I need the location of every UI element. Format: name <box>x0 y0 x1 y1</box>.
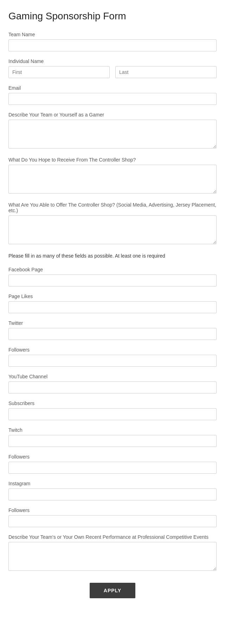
team-name-label: Team Name <box>8 32 217 37</box>
offer-group: What Are You Able to Offer The Controlle… <box>8 202 217 246</box>
twitter-followers-label: Followers <box>8 347 217 353</box>
youtube-label: YouTube Channel <box>8 374 217 379</box>
performance-group: Describe Your Team's or Your Own Recent … <box>8 534 217 572</box>
first-name-field <box>8 66 110 78</box>
instagram-label: Instagram <box>8 481 217 486</box>
email-group: Email <box>8 85 217 105</box>
subscribers-input[interactable] <box>8 408 217 420</box>
twitter-followers-group: Followers <box>8 347 217 367</box>
subscribers-label: Subscribers <box>8 400 217 406</box>
individual-name-group: Individual Name <box>8 58 217 78</box>
instagram-followers-group: Followers <box>8 507 217 527</box>
twitch-input[interactable] <box>8 435 217 447</box>
team-name-input[interactable] <box>8 39 217 51</box>
youtube-input[interactable] <box>8 381 217 393</box>
instagram-input[interactable] <box>8 488 217 500</box>
page-likes-label: Page Likes <box>8 293 217 299</box>
offer-textarea[interactable] <box>8 215 217 244</box>
describe-group: Describe Your Team or Yourself as a Game… <box>8 112 217 150</box>
first-name-input[interactable] <box>8 66 110 78</box>
twitch-group: Twitch <box>8 427 217 447</box>
twitch-followers-group: Followers <box>8 454 217 474</box>
twitch-label: Twitch <box>8 427 217 433</box>
hope-label: What Do You Hope to Receive From The Con… <box>8 157 217 163</box>
youtube-group: YouTube Channel <box>8 374 217 393</box>
facebook-page-input[interactable] <box>8 274 217 286</box>
offer-label: What Are You Able to Offer The Controlle… <box>8 202 217 213</box>
hope-textarea[interactable] <box>8 165 217 194</box>
twitter-followers-input[interactable] <box>8 355 217 367</box>
last-name-field <box>115 66 217 78</box>
page-likes-input[interactable] <box>8 301 217 313</box>
page-likes-group: Page Likes <box>8 293 217 313</box>
twitter-label: Twitter <box>8 320 217 326</box>
apply-button[interactable]: APPLY <box>90 583 135 598</box>
last-name-input[interactable] <box>115 66 217 78</box>
page-title: Gaming Sponsorship Form <box>8 11 217 22</box>
individual-name-label: Individual Name <box>8 58 217 64</box>
instagram-followers-input[interactable] <box>8 515 217 527</box>
email-label: Email <box>8 85 217 91</box>
twitch-followers-label: Followers <box>8 454 217 460</box>
performance-textarea[interactable] <box>8 542 217 571</box>
instagram-group: Instagram <box>8 481 217 500</box>
describe-label: Describe Your Team or Yourself as a Game… <box>8 112 217 118</box>
twitch-followers-input[interactable] <box>8 462 217 474</box>
facebook-page-label: Facebook Page <box>8 267 217 272</box>
describe-textarea[interactable] <box>8 120 217 149</box>
subscribers-group: Subscribers <box>8 400 217 420</box>
email-input[interactable] <box>8 93 217 105</box>
facebook-page-group: Facebook Page <box>8 267 217 286</box>
team-name-group: Team Name <box>8 32 217 51</box>
twitter-input[interactable] <box>8 328 217 340</box>
name-row <box>8 66 217 78</box>
hope-group: What Do You Hope to Receive From The Con… <box>8 157 217 195</box>
performance-label: Describe Your Team's or Your Own Recent … <box>8 534 217 540</box>
twitter-group: Twitter <box>8 320 217 340</box>
instagram-followers-label: Followers <box>8 507 217 513</box>
section-note: Please fill in as many of these fields a… <box>8 253 217 260</box>
